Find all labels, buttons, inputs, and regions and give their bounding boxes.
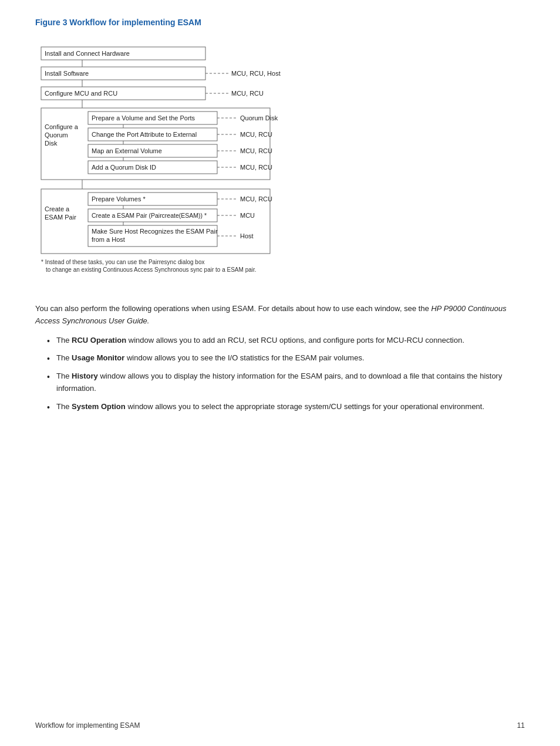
bullet-list: The RCU Operation window allows you to a…: [35, 335, 525, 413]
svg-text:Install Software: Install Software: [45, 70, 89, 77]
svg-text:MCU, RCU: MCU, RCU: [240, 147, 272, 154]
svg-text:MCU: MCU: [240, 212, 255, 219]
svg-text:MCU, RCU: MCU, RCU: [240, 164, 272, 171]
svg-text:Create a ESAM Pair (Paircreate: Create a ESAM Pair (Paircreate(ESAM)) *: [92, 212, 207, 219]
svg-text:MCU, RCU, Host: MCU, RCU, Host: [231, 70, 281, 77]
svg-text:Prepare Volumes *: Prepare Volumes *: [92, 195, 146, 202]
svg-text:Configure MCU and RCU: Configure MCU and RCU: [45, 90, 117, 97]
bullet-item-history: The History window allows you to display…: [47, 370, 525, 395]
bullet-item-system: The System Option window allows you to s…: [47, 401, 525, 413]
page-footer: Workflow for implementing ESAM 11: [0, 721, 560, 730]
bullet-item-usage: The Usage Monitor window allows you to s…: [47, 352, 525, 364]
svg-text:* Instead of these tasks, you : * Instead of these tasks, you can use th…: [41, 259, 205, 265]
svg-text:Add a Quorum Disk ID: Add a Quorum Disk ID: [92, 164, 156, 171]
svg-text:Quorum: Quorum: [45, 131, 68, 139]
svg-text:Install and Connect Hardware: Install and Connect Hardware: [45, 50, 130, 57]
svg-text:Create a: Create a: [45, 205, 70, 212]
figure-title: Figure 3 Workflow for implementing ESAM: [35, 18, 525, 27]
svg-text:MCU, RCU: MCU, RCU: [231, 90, 264, 97]
svg-text:Prepare a Volume and Set the P: Prepare a Volume and Set the Ports: [92, 114, 195, 121]
svg-text:Change the Port Attribute to E: Change the Port Attribute to External: [92, 131, 197, 138]
svg-text:Make Sure Host Recognizes the : Make Sure Host Recognizes the ESAM Pair: [92, 228, 218, 235]
svg-text:Configure a: Configure a: [45, 123, 79, 130]
svg-text:Quorum Disk: Quorum Disk: [240, 114, 278, 121]
diagram-container: Install and Connect Hardware Install Sof…: [35, 35, 525, 293]
footer-right: 11: [517, 721, 525, 730]
svg-text:Disk: Disk: [45, 140, 58, 147]
svg-text:Map an External Volume: Map an External Volume: [92, 147, 162, 154]
svg-text:from a Host: from a Host: [92, 236, 125, 243]
body-intro: You can also perform the following opera…: [35, 303, 525, 328]
svg-text:MCU, RCU: MCU, RCU: [240, 195, 272, 202]
svg-text:MCU, RCU: MCU, RCU: [240, 131, 272, 138]
bullet-item-rcu: The RCU Operation window allows you to a…: [47, 335, 525, 347]
footer-left: Workflow for implementing ESAM: [35, 721, 140, 730]
svg-text:Host: Host: [240, 232, 254, 239]
svg-text:ESAM Pair: ESAM Pair: [45, 214, 76, 221]
workflow-svg: Install and Connect Hardware Install Sof…: [35, 41, 364, 288]
svg-text:to change an existing Continuo: to change an existing Continuous Access …: [46, 266, 257, 273]
